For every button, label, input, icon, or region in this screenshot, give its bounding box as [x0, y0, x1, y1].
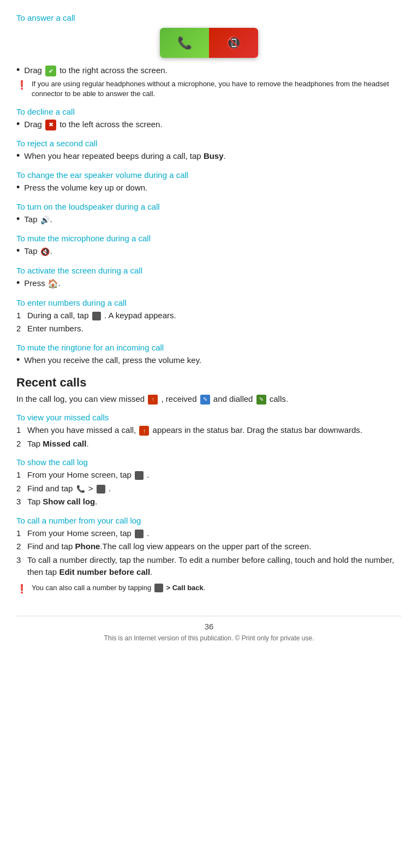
received-call-icon: ✎ — [200, 395, 210, 405]
decline-call-button: 📵 — [209, 28, 258, 58]
reject-second-title: To reject a second call — [16, 139, 402, 148]
arrow-small-icon — [154, 584, 163, 592]
call-from-log-step1-text: From your Home screen, tap . — [27, 527, 402, 540]
step-number-2: 2 — [16, 483, 27, 495]
bullet-dot: • — [16, 181, 20, 194]
call-button-container: 📞 📵 — [160, 28, 258, 58]
answer-warning: ❗ If you are using regular headphones wi… — [16, 79, 402, 99]
section-call-from-log: To call a number from your call log 1 Fr… — [16, 516, 402, 594]
show-call-log-step2: 2 Find and tap 📞 > . — [16, 483, 402, 495]
show-call-log-step1-text: From your Home screen, tap . — [27, 469, 402, 481]
missed-call-icon: ↑ — [148, 395, 158, 405]
show-call-log-step2-text: Find and tap 📞 > . — [27, 483, 402, 495]
view-missed-step1: 1 When you have missed a call, ↑ appears… — [16, 424, 402, 437]
mute-ringtone-text: When you receive the call, press the vol… — [24, 354, 402, 367]
note-exclamation-icon: ❗ — [16, 584, 27, 594]
home-icon: 🏠 — [47, 277, 58, 290]
footer-text: This is an Internet version of this publ… — [16, 634, 402, 642]
show-call-log-step1: 1 From your Home screen, tap . — [16, 469, 402, 481]
change-volume-title: To change the ear speaker volume during … — [16, 170, 402, 180]
decline-bullet-1: • Drag ✖ to the left across the screen. — [16, 118, 402, 131]
bullet-dot: • — [16, 276, 20, 290]
mute-icon: 🔇 — [40, 246, 50, 258]
call-from-log-step2-text: Find and tap Phone.The call log view app… — [27, 540, 402, 553]
decline-bullet-text: Drag ✖ to the left across the screen. — [24, 118, 402, 131]
call-from-log-title: To call a number from your call log — [16, 516, 402, 525]
bullet-dot: • — [16, 244, 20, 258]
warning-exclamation-icon: ❗ — [16, 80, 27, 90]
drag-red-icon: ✖ — [45, 120, 56, 130]
activate-screen-title: To activate the screen during a call — [16, 266, 402, 275]
missed-call-status-icon: ↑ — [139, 426, 149, 436]
answer-call-title: To answer a call — [16, 13, 402, 22]
step-number-1: 1 — [16, 310, 27, 322]
page-footer: 36 This is an Internet version of this p… — [16, 616, 402, 642]
section-decline-call: To decline a call • Drag ✖ to the left a… — [16, 107, 402, 131]
show-call-log-step3-text: Tap Show call log. — [27, 496, 402, 508]
activate-screen-bullet-1: • Press 🏠. — [16, 277, 402, 290]
bullet-dot: • — [16, 149, 20, 163]
reject-bullet-text: When you hear repeated beeps during a ca… — [24, 150, 402, 163]
section-view-missed: To view your missed calls 1 When you hav… — [16, 413, 402, 450]
call-back-note-text: You can also call a number by tapping > … — [32, 583, 402, 593]
enter-numbers-title: To enter numbers during a call — [16, 298, 402, 307]
volume-bullet-1: • Press the volume key up or down. — [16, 182, 402, 194]
call-from-log-step3-text: To call a number directly, tap the numbe… — [27, 554, 402, 579]
section-change-volume: To change the ear speaker volume during … — [16, 170, 402, 194]
answer-warning-text: If you are using regular headphones with… — [32, 79, 402, 99]
section-show-call-log: To show the call log 1 From your Home sc… — [16, 457, 402, 508]
phone-accept-icon: 📞 — [177, 36, 192, 50]
step-number-2: 2 — [16, 540, 27, 553]
enter-numbers-step1: 1 During a call, tap . A keypad appears. — [16, 310, 402, 322]
step-number-3: 3 — [16, 554, 27, 567]
call-back-note: ❗ You can also call a number by tapping … — [16, 583, 402, 594]
dialled-call-icon: ✎ — [256, 395, 266, 405]
apps-icon-small — [135, 530, 144, 538]
mute-ringtone-title: To mute the ringtone for an incoming cal… — [16, 343, 402, 352]
view-missed-step1-text: When you have missed a call, ↑ appears i… — [27, 424, 402, 437]
show-call-log-title: To show the call log — [16, 457, 402, 467]
section-answer-call: To answer a call 📞 📵 • Drag ✔ to the rig… — [16, 13, 402, 99]
loudspeaker-bullet-1: • Tap 🔊. — [16, 213, 402, 226]
page-number: 36 — [16, 622, 402, 631]
step-number-1: 1 — [16, 469, 27, 481]
section-reject-second: To reject a second call • When you hear … — [16, 139, 402, 163]
step-number-1: 1 — [16, 527, 27, 540]
step-number-2: 2 — [16, 438, 27, 450]
section-enter-numbers: To enter numbers during a call 1 During … — [16, 298, 402, 335]
answer-bullet-1: • Drag ✔ to the right across the screen. — [16, 64, 402, 77]
view-missed-step2-text: Tap Missed call. — [27, 438, 402, 450]
drag-green-icon: ✔ — [45, 66, 56, 76]
mute-mic-title: To mute the microphone during a call — [16, 234, 402, 243]
enter-numbers-step2: 2 Enter numbers. — [16, 323, 402, 335]
mute-ringtone-bullet-1: • When you receive the call, press the v… — [16, 354, 402, 367]
section-recent-calls: Recent calls In the call log, you can vi… — [16, 376, 402, 406]
bullet-dot: • — [16, 212, 20, 226]
loudspeaker-bullet-text: Tap 🔊. — [24, 213, 402, 226]
section-mute-ringtone: To mute the ringtone for an incoming cal… — [16, 343, 402, 367]
section-mute-mic: To mute the microphone during a call • T… — [16, 234, 402, 258]
call-buttons-image: 📞 📵 — [16, 28, 402, 58]
call-from-log-step2: 2 Find and tap Phone.The call log view a… — [16, 540, 402, 553]
volume-bullet-text: Press the volume key up or down. — [24, 182, 402, 194]
activate-screen-bullet-text: Press 🏠. — [24, 277, 402, 290]
accept-call-button: 📞 — [160, 28, 209, 58]
step-number-3: 3 — [16, 496, 27, 508]
loudspeaker-title: To turn on the loudspeaker during a call — [16, 202, 402, 211]
mute-mic-bullet-text: Tap 🔇. — [24, 245, 402, 258]
recent-calls-description: In the call log, you can view missed ↑ ,… — [16, 393, 402, 406]
enter-numbers-step1-text: During a call, tap . A keypad appears. — [27, 310, 402, 322]
phone-small-icon: 📞 — [76, 484, 85, 495]
apps-icon — [135, 471, 144, 480]
bullet-dot: • — [16, 63, 20, 77]
keypad-icon — [92, 312, 101, 320]
section-loudspeaker: To turn on the loudspeaker during a call… — [16, 202, 402, 226]
step-number-2: 2 — [16, 323, 27, 335]
recent-calls-title: Recent calls — [16, 376, 402, 390]
reject-bullet-1: • When you hear repeated beeps during a … — [16, 150, 402, 163]
speaker-icon: 🔊 — [40, 215, 50, 226]
answer-bullet-text: Drag ✔ to the right across the screen. — [24, 64, 402, 77]
call-from-log-step3: 3 To call a number directly, tap the num… — [16, 554, 402, 579]
bullet-dot: • — [16, 117, 20, 131]
show-call-log-step3: 3 Tap Show call log. — [16, 496, 402, 508]
